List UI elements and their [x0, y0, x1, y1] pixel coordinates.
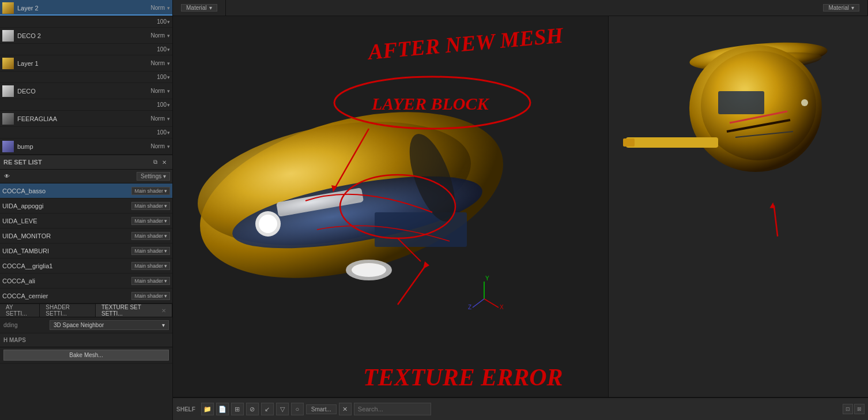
resize-expand-icon[interactable]: ⊡	[843, 404, 853, 414]
material-dropdown-left[interactable]: Material ▾	[181, 4, 217, 12]
viewport-side[interactable]	[609, 16, 868, 397]
shader-button[interactable]: Main shader ▾	[131, 277, 170, 285]
shader-button[interactable]: Main shader ▾	[131, 202, 170, 210]
tsl-name: COCCA_cernier	[2, 292, 131, 299]
tsl-row[interactable]: COCCA__griglia1 Main shader ▾	[0, 258, 172, 273]
layer-blend: Norm	[151, 60, 165, 66]
svg-line-24	[473, 299, 484, 308]
close-icon[interactable]: ✕	[160, 158, 169, 167]
shader-button[interactable]: Main shader ▾	[131, 247, 170, 255]
layer-row[interactable]: DECO Norm ▾	[0, 83, 172, 99]
svg-text:TEXTURE ERROR: TEXTURE ERROR	[363, 364, 563, 391]
slash-icon[interactable]: ⊘	[246, 403, 259, 415]
tsl-row[interactable]: UIDA_MONITOR Main shader ▾	[0, 228, 172, 243]
bake-mesh-button[interactable]: Bake Mesh...	[3, 350, 169, 361]
svg-rect-33	[626, 137, 718, 148]
layer-opacity-row: 100 ▾	[0, 72, 172, 83]
layer-opacity-row: 100 ▾	[0, 44, 172, 55]
tab-shader-settings[interactable]: SHADER SETTI...	[40, 304, 96, 317]
tsl-name: COCCA__griglia1	[2, 262, 131, 269]
circle-icon[interactable]: ○	[291, 403, 304, 415]
svg-line-22	[484, 299, 499, 308]
tsl-name: COCCA_basso	[2, 187, 131, 194]
viewport-top-bar: Material ▾ Material ▾	[173, 0, 868, 16]
bottom-content: dding 3D Space Neighbor ▾ H MAPS Bake Me…	[0, 317, 172, 363]
tab-close-icon[interactable]: ✕	[161, 308, 166, 314]
tsl-name: COCCA_ali	[2, 278, 131, 284]
tsl-row[interactable]: UIDA_LEVE Main shader ▾	[0, 213, 172, 228]
layer-name: FEERAGLIAA	[17, 115, 151, 122]
layer-opacity: 100	[157, 46, 167, 52]
layer-thumbnail	[2, 58, 14, 69]
tsl-row[interactable]: COCCA_cernier Main shader ▾	[0, 288, 172, 303]
layer-name: Layer 2	[17, 5, 151, 12]
layer-blend: Norm	[151, 32, 165, 39]
layer-opacity: 100	[157, 74, 167, 80]
layer-row[interactable]: FEERAGLIAA Norm ▾	[0, 111, 172, 127]
layer-opacity: 100	[157, 129, 167, 136]
layer-row[interactable]: Layer 1 Norm ▾	[0, 55, 172, 72]
shelf-label: SHELF	[176, 406, 195, 412]
viewport-main[interactable]: AFTER NEW MESH LAYER BLOCK	[173, 16, 609, 397]
smart-close-icon[interactable]: ✕	[339, 403, 352, 415]
shader-button[interactable]: Main shader ▾	[131, 217, 170, 225]
tsl-name: UIDA_appoggi	[2, 202, 131, 209]
layer-name: Layer 1	[17, 60, 151, 67]
tsl-row[interactable]: COCCA_basso Main shader ▾	[0, 183, 172, 198]
smart-button[interactable]: Smart...	[306, 404, 337, 414]
layer-blend: Norm	[151, 88, 165, 94]
left-panel: Layer 2 Norm ▾ 100 ▾ DECO 2 Norm ▾ 100 ▾…	[0, 0, 173, 420]
viewport-tab-right[interactable]: Material ▾	[815, 0, 868, 16]
settings-button[interactable]: Settings ▾	[137, 172, 170, 181]
eye-icon[interactable]	[2, 172, 12, 181]
viewport-tab-left[interactable]: Material ▾	[173, 0, 226, 16]
shader-button[interactable]: Main shader ▾	[131, 187, 170, 195]
layer-opacity-row: 100 ▾	[0, 127, 172, 138]
layer-thumbnail	[2, 141, 14, 152]
shader-button[interactable]: Main shader ▾	[131, 232, 170, 240]
duplicate-icon[interactable]: ⧉	[150, 158, 160, 167]
layer-blend: Norm	[151, 5, 165, 11]
svg-text:LAYER BLOCK: LAYER BLOCK	[371, 94, 490, 113]
viewports-container: AFTER NEW MESH LAYER BLOCK	[173, 16, 868, 397]
tsl-name: UIDA_TAMBURI	[2, 247, 131, 254]
svg-rect-30	[718, 91, 764, 114]
layer-thumbnail	[2, 85, 14, 97]
tsl-row[interactable]: UIDA_appoggi Main shader ▾	[0, 198, 172, 213]
resize-collapse-icon[interactable]: ⊠	[854, 404, 865, 414]
svg-line-37	[767, 205, 785, 236]
tab-texture-set-settings[interactable]: TEXTURE SET SETTI... ✕	[96, 304, 172, 317]
shelf-bar: SHELF 📁 📄 ⊞ ⊘ ↙ ▽ ○ Smart... ✕ ⊡ ⊠	[173, 397, 868, 420]
file-icon[interactable]: 📄	[216, 403, 229, 415]
padding-dropdown[interactable]: 3D Space Neighbor ▾	[50, 320, 169, 330]
bake-button-row: Bake Mesh...	[0, 347, 172, 363]
layer-row[interactable]: Layer 2 Norm ▾	[0, 0, 172, 16]
search-input[interactable]	[358, 406, 427, 412]
layer-name: DECO 2	[17, 32, 151, 39]
tab-ay-settings[interactable]: AY SETTI...	[0, 304, 40, 317]
tsl-row[interactable]: UIDA_TAMBURI Main shader ▾	[0, 243, 172, 258]
folder-icon[interactable]: 📁	[201, 403, 214, 415]
shader-button[interactable]: Main shader ▾	[131, 292, 170, 300]
svg-point-36	[801, 99, 808, 106]
import-icon[interactable]: ↙	[261, 403, 274, 415]
layer-name: bump	[17, 143, 151, 150]
layer-blend: Norm	[151, 143, 165, 149]
grid-icon[interactable]: ⊞	[231, 403, 244, 415]
layer-row[interactable]: DECO 2 Norm ▾	[0, 28, 172, 44]
svg-rect-6	[375, 212, 467, 247]
side-model-display	[609, 16, 868, 397]
filter-icon[interactable]: ▽	[276, 403, 289, 415]
tsl-name: UIDA_MONITOR	[2, 232, 131, 239]
svg-point-8	[352, 263, 386, 277]
svg-rect-34	[623, 138, 635, 147]
material-dropdown-right[interactable]: Material ▾	[823, 4, 859, 12]
shelf-search-area[interactable]	[354, 403, 431, 415]
tsl-row[interactable]: COCCA_ali Main shader ▾	[0, 273, 172, 288]
shader-button[interactable]: Main shader ▾	[131, 262, 170, 270]
svg-text:Y: Y	[485, 275, 489, 282]
bottom-tabs: AY SETTI... SHADER SETTI... TEXTURE SET …	[0, 303, 172, 317]
tsl-name: UIDA_LEVE	[2, 217, 131, 224]
layer-row[interactable]: bump Norm ▾	[0, 138, 172, 155]
texture-set-list-header: RE SET LIST ⧉ ✕	[0, 155, 172, 170]
